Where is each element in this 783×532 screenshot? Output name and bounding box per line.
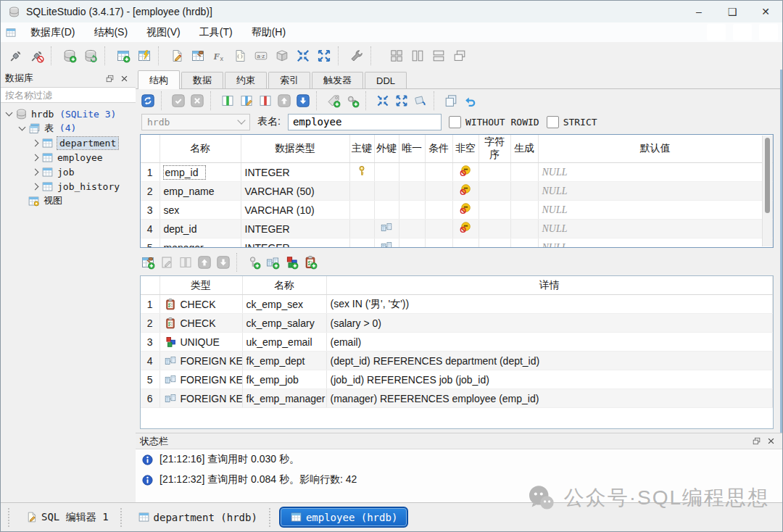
without-rowid-checkbox[interactable]: WITHOUT ROWID [449,116,539,128]
unique-cell[interactable] [399,238,425,249]
constraint-details-cell[interactable]: (job_id) REFERENCES job (job_id) [326,370,773,389]
extensions-button[interactable] [271,46,292,67]
fk-cell[interactable] [374,201,399,220]
column-header[interactable]: 条件 [425,135,452,163]
collate-cell[interactable] [478,238,510,249]
undo-button[interactable] [460,91,479,110]
fk-add-button[interactable] [263,253,282,272]
row-number[interactable]: 1 [141,163,160,182]
constraint-header[interactable]: 名称 [242,276,326,295]
unique-cell[interactable] [399,182,425,201]
pk-cell[interactable] [349,220,374,238]
strict-checkbox[interactable]: STRICT [547,116,597,128]
check-cell[interactable] [425,201,452,220]
shrink-panels-button[interactable] [292,46,313,67]
unique-cell[interactable] [399,220,425,238]
column-header[interactable]: 外键 [374,135,399,163]
tree-item-job_history[interactable]: job_history [1,179,136,194]
row-number[interactable]: 3 [141,333,160,352]
taskbar-item-employee-hrdb-[interactable]: employee (hrdb) [279,507,408,528]
tab-触发器[interactable]: 触发器 [312,72,363,88]
row-number[interactable]: 2 [141,182,160,201]
constraint-add-button[interactable] [138,253,157,272]
sql-editor-open-button[interactable] [166,46,187,67]
row-number[interactable]: 4 [141,220,160,238]
float-panel-icon[interactable] [102,72,117,85]
constraint-details-cell[interactable]: (dept_id) REFERENCES department (dept_id… [326,352,773,370]
generated-cell[interactable] [510,163,538,182]
column-row[interactable]: 4dept_idINTEGERNULL [141,220,773,238]
column-delete-button[interactable] [256,91,275,110]
trigger-add-button[interactable] [343,91,362,110]
row-number[interactable]: 5 [141,370,160,389]
column-header[interactable]: 非空 [452,135,478,163]
mdi-split-horizontal-button[interactable] [428,46,449,67]
scrollbar-thumb[interactable] [765,138,770,213]
columns-grid-scrollbar[interactable] [762,136,772,246]
tab-索引[interactable]: 索引 [268,72,310,88]
sql-functions-button[interactable]: Fx [208,46,229,67]
menu-item[interactable]: 数据库(D) [21,22,84,42]
column-type-cell[interactable]: VARCHAR (10) [241,201,349,220]
collate-cell[interactable] [478,182,510,201]
tab-数据[interactable]: 数据 [181,72,223,88]
constraint-details-cell[interactable]: (sex IN ('男', '女')) [326,295,773,314]
close-panel-icon[interactable] [763,435,778,448]
check-cell[interactable] [425,238,452,249]
row-number[interactable]: 1 [141,295,160,314]
column-row[interactable]: 1emp_idINTEGERNULL [141,163,773,182]
constraint-name-cell[interactable]: ck_emp_sex [242,295,326,314]
column-header[interactable]: 生成 [510,135,538,163]
checkbox-icon[interactable] [449,116,461,128]
collate-cell[interactable] [478,201,510,220]
default-value-cell[interactable]: NULL [538,163,773,182]
column-name-cell[interactable]: emp_id [160,163,241,182]
expander-down-icon[interactable] [6,109,13,117]
generated-cell[interactable] [510,238,538,249]
column-header[interactable]: 字符序 [478,135,510,163]
unique-add-button[interactable] [282,253,301,272]
tree-item-employee[interactable]: employee [1,150,136,165]
name-filter-input[interactable] [1,87,136,103]
taskbar-item-department-hrdb-[interactable]: department (hrdb) [130,508,265,526]
expander-down-icon[interactable] [19,124,26,131]
constraint-type-cell[interactable]: FOREIGN KEY [160,370,242,389]
column-header[interactable]: 默认值 [538,135,773,163]
unique-cell[interactable] [399,201,425,220]
column-name-cell[interactable]: sex [160,201,241,220]
constraint-type-cell[interactable]: CHECK [160,314,242,333]
notnull-cell[interactable] [452,201,478,220]
database-combo[interactable]: hrdb [141,114,250,130]
collate-cell[interactable] [478,220,510,238]
constraints-grid[interactable]: 类型名称详情1CHECKck_emp_sex(sex IN ('男', '女')… [140,275,774,429]
constraint-header[interactable]: 详情 [326,276,773,295]
move-down-button[interactable] [294,91,312,110]
column-name-cell[interactable]: manager [160,238,241,249]
column-type-cell[interactable]: INTEGER [241,220,349,238]
constraint-name-cell[interactable]: fk_emp_job [242,370,326,389]
fk-cell[interactable] [374,220,399,238]
menu-item[interactable]: 视图(V) [137,22,190,42]
expander-right-icon[interactable] [32,183,39,190]
expander-right-icon[interactable] [32,168,39,175]
pk-cell[interactable] [349,238,374,249]
column-edit-button[interactable] [237,91,256,110]
expand-grid-button[interactable] [392,91,411,110]
notnull-cell[interactable] [452,163,478,182]
row-number[interactable]: 4 [141,352,160,370]
float-panel-icon[interactable] [749,435,763,448]
notnull-cell[interactable] [452,238,478,249]
column-name-cell[interactable]: dept_id [160,220,241,238]
minimize-button[interactable]: – [682,1,716,22]
table-name-input[interactable] [288,114,442,130]
mdi-cascade-button[interactable] [449,46,470,67]
menu-item[interactable]: 工具(T) [190,22,242,42]
checkbox-icon[interactable] [547,116,559,128]
constraint-type-cell[interactable]: FOREIGN KEY [160,352,242,370]
check-cell[interactable] [425,163,452,182]
refresh-structure-button[interactable] [138,91,157,110]
pk-cell[interactable] [349,163,374,182]
mdi-split-vertical-button[interactable] [407,46,428,67]
database-add-button[interactable] [59,46,80,67]
expand-panels-button[interactable] [313,46,334,67]
